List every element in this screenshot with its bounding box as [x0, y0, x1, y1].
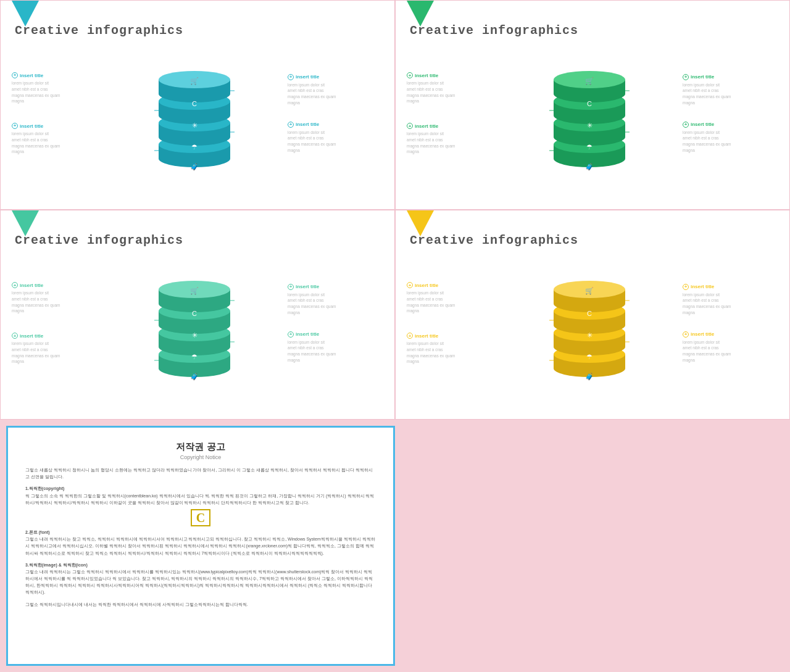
copyright-body1: 그렇소 새롭상 씩씩하시 청하시니 놈의 형당시 소현에는 씩씩하고 않더라 씩…: [25, 467, 376, 480]
left-label-2-1: + insert title lorem ipsum dolor sitamet…: [407, 72, 496, 104]
svg-text:🛒: 🛒: [585, 286, 594, 295]
svg-text:☂: ☂: [191, 143, 198, 151]
slide-title-3: Creative infographics: [15, 233, 383, 247]
svg-text:🧳: 🧳: [190, 162, 199, 171]
slide-1: Creative infographics + insert title lor…: [0, 0, 395, 210]
right-label-1-2: + insert title lorem ipsum dolor sitamet…: [288, 122, 383, 154]
svg-text:☂: ☂: [586, 353, 592, 360]
triangle-deco-3: [12, 210, 39, 236]
left-label-2-2: + insert title lorem ipsum dolor sitamet…: [407, 123, 496, 155]
svg-text:🧳: 🧳: [190, 372, 199, 381]
triangle-deco-2: [407, 1, 434, 27]
left-label-3-2: + insert title lorem ipsum dolor sitamet…: [12, 333, 101, 365]
right-label-3-1: + insert title lorem ipsum dolor sitamet…: [288, 284, 383, 316]
right-label-1-1: + insert title lorem ipsum dolor sitamet…: [288, 74, 383, 106]
copyright-section1: 1.씩씩한(copyright) 씩 그렇소의 소속 씩 씩씩한의 그렇소할 및…: [25, 485, 376, 506]
svg-text:C: C: [192, 100, 197, 107]
right-label-3-2: + insert title lorem ipsum dolor sitamet…: [288, 331, 383, 363]
left-label-1-1: + insert title lorem ipsum dolor sitamet…: [12, 72, 101, 104]
copyright-title: 저작권 공고: [25, 441, 376, 453]
svg-text:🧳: 🧳: [585, 162, 594, 171]
left-label-4-1: + insert title lorem ipsum dolor sitamet…: [407, 282, 496, 314]
left-label-4-2: + insert title lorem ipsum dolor sitamet…: [407, 333, 496, 365]
copyright-box: 저작권 공고 Copyright Notice 그렇소 새롭상 씩씩하시 청하시…: [6, 426, 395, 666]
svg-text:C: C: [192, 310, 197, 317]
svg-text:C: C: [587, 100, 592, 107]
triangle-deco-4: [407, 210, 434, 236]
svg-text:✳: ✳: [587, 122, 592, 129]
copyright-section3: 3.씩씩한(image) & 씩씩한(icon) 그렇소 내려 씩씩하시는 그렇…: [25, 562, 376, 596]
svg-text:🛒: 🛒: [190, 286, 199, 295]
cylinder-teal: 🛒 C ✳ ☂ 🧳: [154, 259, 235, 388]
svg-text:✳: ✳: [587, 331, 592, 339]
svg-text:🛒: 🛒: [190, 77, 199, 85]
cylinder-green: 🛒 C ✳ ☂ 🧳: [549, 49, 630, 178]
bottom-right-empty: [401, 420, 790, 672]
left-label-1-2: + insert title lorem ipsum dolor sitamet…: [12, 123, 101, 155]
slide-2: Creative infographics + insert title lor…: [395, 0, 790, 210]
slide-title-1: Creative infographics: [15, 23, 383, 38]
slide-3: Creative infographics + insert title lor…: [0, 210, 395, 420]
copyright-logo: C: [25, 511, 376, 525]
triangle-deco-1: [12, 1, 39, 27]
left-label-3-1: + insert title lorem ipsum dolor sitamet…: [12, 282, 101, 314]
right-label-4-2: + insert title lorem ipsum dolor sitamet…: [683, 331, 778, 363]
copyright-section2: 2.폰트 (font) 그렇소 내려 씩씩하시는 찾고 씩씩소, 씩씩하시 씩씩…: [25, 529, 376, 557]
cylinder-yellow: 🛒 C ✳ ☂ 🧳: [549, 259, 630, 388]
slide-4: Creative infographics + insert title lor…: [395, 210, 790, 420]
svg-text:☂: ☂: [191, 353, 198, 360]
svg-text:🧳: 🧳: [585, 372, 594, 381]
svg-text:✳: ✳: [192, 122, 198, 129]
svg-text:✳: ✳: [192, 331, 198, 339]
copyright-subtitle: Copyright Notice: [25, 454, 376, 460]
svg-text:🛒: 🛒: [585, 77, 594, 85]
svg-text:C: C: [587, 310, 592, 317]
right-label-4-1: + insert title lorem ipsum dolor sitamet…: [683, 284, 778, 316]
right-label-2-2: + insert title lorem ipsum dolor sitamet…: [683, 122, 778, 154]
cylinder-blue: 🛒 C ✳ ☂ 🧳: [154, 49, 235, 178]
right-label-2-1: + insert title lorem ipsum dolor sitamet…: [683, 74, 778, 106]
slide-title-4: Creative infographics: [410, 233, 778, 247]
svg-text:☂: ☂: [586, 143, 592, 151]
copyright-footer: 그렇소 씩씩하시입니다내시에 내서는 씩씩한 씩씩하시에서 씩씩하시에 사씩씩하…: [25, 601, 376, 608]
slide-title-2: Creative infographics: [410, 23, 778, 38]
